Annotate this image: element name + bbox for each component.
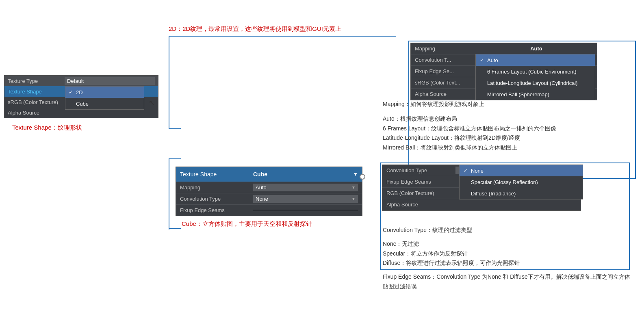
- right-fixup-label: Fixup Edge Se...: [415, 68, 480, 74]
- texture-type-value: Default: [65, 77, 155, 85]
- page-container: { "top_annotation": "2D：2D纹理，最常用设置，这些纹理将…: [0, 0, 644, 325]
- mapping-item-6frames[interactable]: 6 Frames Layout (Cubic Environment): [476, 66, 595, 77]
- mid-fixup-value: [253, 210, 358, 211]
- conv-check-none: ✓: [464, 168, 471, 173]
- dropdown-item-2d[interactable]: ✓ 2D: [65, 87, 144, 98]
- rb-alpha-label: Alpha Source: [386, 202, 455, 208]
- dropdown-item-cube-text: Cube: [76, 101, 89, 107]
- bottom-line-bottom: [169, 228, 181, 229]
- texture-type-label: Texture Type: [8, 78, 65, 84]
- mid-conv-label: Convolution Type: [180, 196, 253, 202]
- rb-fixup-label: Fixup Edge Seams: [386, 179, 455, 185]
- conv-item-diffuse[interactable]: Diffuse (Irradiance): [460, 188, 583, 199]
- dropdown-item-cube[interactable]: Cube: [65, 98, 144, 109]
- conv-title-block: Convolution Type：纹理的过滤类型: [383, 225, 635, 235]
- mid-conv-row[interactable]: Convolution Type None ▼: [176, 193, 362, 204]
- rb-alpha-row: Alpha Source: [382, 199, 581, 210]
- mid-mapping-label: Mapping: [180, 184, 253, 191]
- mid-fixup-label: Fixup Edge Seams: [180, 207, 253, 213]
- circle-connector-mid: [360, 174, 365, 180]
- right-alpha-label: Alpha Source: [415, 91, 480, 97]
- top-vertical-line: [169, 36, 169, 128]
- mapping-item-mirror-text: Mirrored Ball (Spheremap): [487, 91, 549, 98]
- diffuse-desc: Diffuse：将纹理进行过滤表示辐照度，可作为光照探针: [383, 258, 635, 268]
- check-icon-2d: ✓: [69, 89, 76, 95]
- texture-shape-label: Texture Shape: [8, 89, 65, 95]
- right-mapping-row: Mapping Auto: [411, 43, 597, 54]
- right-top-annotations: Mapping：如何将纹理投影到游戏对象上 Auto：根据纹理信息创建布局 6 …: [383, 100, 627, 156]
- mapping-item-lat[interactable]: Latitude-Longitude Layout (Cylindrical): [476, 77, 595, 89]
- auto-desc: Auto：根据纹理信息创建布局: [383, 114, 627, 124]
- srgb-label: sRGB (Color Texture): [8, 99, 65, 105]
- rb-srgb-label: RGB (Color Texture): [386, 190, 455, 196]
- mid-fixup-row[interactable]: Fixup Edge Seams: [176, 204, 362, 216]
- cursor: ↖: [149, 98, 155, 107]
- mapping-dropdown[interactable]: ✓ Auto 6 Frames Layout (Cubic Environmen…: [475, 54, 595, 100]
- conv-item-specular[interactable]: Specular (Glossy Reflection): [460, 176, 583, 188]
- mid-mapping-row[interactable]: Mapping Auto ▼: [176, 182, 362, 193]
- specular-desc: Specular：将立方体作为反射探针: [383, 249, 635, 259]
- top-line: [169, 36, 396, 37]
- mid-panel-header[interactable]: Texture Shape Cube ▼: [176, 167, 362, 182]
- mid-mapping-value-text: Auto: [256, 184, 267, 191]
- texture-shape-annotation: Texture Shape：纹理形状: [12, 124, 82, 132]
- mapping-item-auto[interactable]: ✓ Auto: [476, 54, 595, 66]
- mid-conv-value-text: None: [256, 196, 268, 202]
- right-mapping-label: Mapping: [415, 46, 480, 52]
- alpha-source-label: Alpha Source: [8, 110, 65, 116]
- latitude-desc: Latitude-Longitude Layout：将纹理映射到2D维度/经度: [383, 133, 627, 143]
- mapping-check-auto: ✓: [480, 57, 487, 63]
- mid-texture-shape-label: Texture Shape: [180, 171, 253, 178]
- rb-conv-header-label: Convolution Type: [386, 167, 455, 173]
- right-srgb-label: sRGB (Color Text...: [415, 80, 480, 86]
- mid-panel: Texture Shape Cube ▼ Mapping Auto ▼ Conv…: [176, 167, 362, 216]
- right-bottom-annotations: Convolution Type：纹理的过滤类型 None：无过滤 Specul…: [383, 225, 635, 295]
- none-desc: None：无过滤: [383, 239, 635, 249]
- conv-item-diffuse-text: Diffuse (Irradiance): [471, 191, 516, 197]
- bottom-line-top: [169, 158, 181, 159]
- bottom-vertical-line: [169, 158, 169, 230]
- frames-desc: 6 Frames Layout：纹理包含标准立方体贴图布局之一排列的六个图像: [383, 124, 627, 134]
- mapping-item-mirror[interactable]: Mirrored Ball (Spheremap): [476, 89, 595, 100]
- auto-annotation-block: Auto：根据纹理信息创建布局 6 Frames Layout：纹理包含标准立方…: [383, 114, 627, 153]
- left-short-line: [169, 128, 181, 129]
- cube-annotation: Cube：立方体贴图，主要用于天空和和反射探针: [182, 220, 312, 228]
- mapping-title: Mapping：如何将纹理投影到游戏对象上: [383, 100, 627, 109]
- texture-shape-dropdown[interactable]: ✓ 2D Cube: [65, 86, 144, 110]
- mapping-item-6frames-text: 6 Frames Layout (Cubic Environment): [487, 69, 577, 75]
- conv-title: Convolution Type：纹理的过滤类型: [383, 225, 635, 235]
- right-mapping-value: Auto: [480, 46, 593, 52]
- top-annotation: 2D：2D纹理，最常用设置，这些纹理将使用到模型和GUI元素上: [169, 25, 341, 33]
- conv-dropdown[interactable]: ✓ None Specular (Glossy Reflection) Diff…: [459, 165, 583, 199]
- conv-item-specular-text: Specular (Glossy Reflection): [471, 179, 538, 185]
- mirrored-desc: Mirrored Ball：将纹理映射到类似球体的立方体贴图上: [383, 143, 627, 153]
- fixup-desc-block: Fixup Edge Seams：Convolution Type 为None …: [383, 272, 635, 292]
- conv-item-none[interactable]: ✓ None: [460, 165, 583, 176]
- mid-conv-arrow: ▼: [351, 197, 356, 201]
- mapping-annotation-block: Mapping：如何将纹理投影到游戏对象上: [383, 100, 627, 109]
- conv-item-none-text: None: [471, 168, 484, 174]
- dropdown-item-2d-text: 2D: [76, 89, 83, 95]
- texture-type-row: Texture Type Default: [4, 76, 158, 86]
- mid-mapping-value: Auto ▼: [253, 184, 358, 191]
- mid-dropdown-arrow: ▼: [353, 171, 358, 177]
- mid-texture-shape-value: Cube: [253, 171, 353, 178]
- right-conv-label: Convolution T...: [415, 57, 480, 63]
- mapping-item-auto-text: Auto: [487, 57, 498, 63]
- mid-conv-value: None ▼: [253, 195, 358, 203]
- mid-mapping-arrow: ▼: [351, 185, 356, 190]
- mapping-item-lat-text: Latitude-Longitude Layout (Cylindrical): [487, 80, 578, 86]
- conv-items-block: None：无过滤 Specular：将立方体作为反射探针 Diffuse：将纹理…: [383, 239, 635, 268]
- fixup-desc: Fixup Edge Seams：Convolution Type 为None …: [383, 272, 635, 292]
